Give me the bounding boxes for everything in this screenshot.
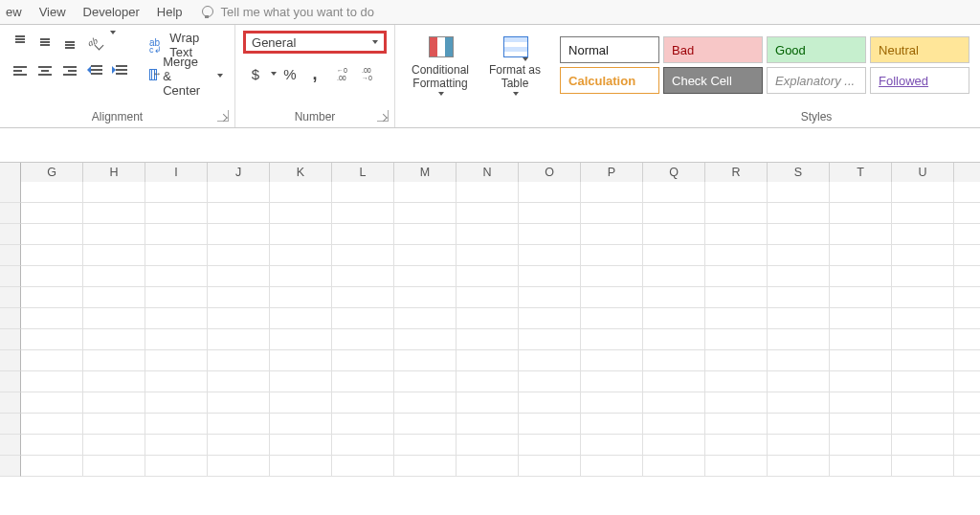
cell[interactable]: [892, 329, 954, 350]
row-header[interactable]: [0, 266, 21, 287]
cell[interactable]: [332, 308, 394, 329]
column-header[interactable]: P: [581, 163, 643, 182]
cell[interactable]: [208, 308, 270, 329]
cell[interactable]: [270, 245, 332, 266]
cell[interactable]: [830, 456, 892, 477]
cell[interactable]: [457, 414, 519, 435]
cell[interactable]: [394, 329, 457, 350]
cell[interactable]: [270, 350, 332, 371]
row-header[interactable]: [0, 245, 21, 266]
column-header[interactable]: T: [830, 163, 892, 182]
cell[interactable]: [954, 245, 980, 266]
cell[interactable]: [457, 329, 519, 350]
cell[interactable]: [83, 245, 145, 266]
cell[interactable]: [581, 182, 643, 203]
cell[interactable]: [457, 371, 519, 392]
cell[interactable]: [394, 392, 457, 414]
cell[interactable]: [768, 371, 830, 392]
cell[interactable]: [270, 414, 332, 435]
cell[interactable]: [705, 371, 768, 392]
cell[interactable]: [145, 456, 208, 477]
cell[interactable]: [394, 287, 457, 308]
cell[interactable]: [954, 414, 980, 435]
increase-decimal-button[interactable]: ←0.00: [333, 61, 358, 86]
cell[interactable]: [21, 203, 83, 224]
cell[interactable]: [457, 456, 519, 477]
cell[interactable]: [208, 414, 270, 435]
cell[interactable]: [768, 414, 830, 435]
cell[interactable]: [208, 266, 270, 287]
cell[interactable]: [394, 414, 457, 435]
cell[interactable]: [457, 435, 519, 456]
cell[interactable]: [830, 435, 892, 456]
cell[interactable]: [768, 245, 830, 266]
cell[interactable]: [270, 224, 332, 245]
cell[interactable]: [830, 414, 892, 435]
cell[interactable]: [21, 224, 83, 245]
cell[interactable]: [830, 245, 892, 266]
cell[interactable]: [394, 371, 457, 392]
cell[interactable]: [643, 350, 705, 371]
cell[interactable]: [83, 182, 145, 203]
cell[interactable]: [145, 350, 208, 371]
cell[interactable]: [954, 203, 980, 224]
cell[interactable]: [643, 329, 705, 350]
cell[interactable]: [830, 329, 892, 350]
cell[interactable]: [332, 435, 394, 456]
cell[interactable]: [394, 182, 457, 203]
cell[interactable]: [519, 371, 581, 392]
cell[interactable]: [519, 203, 581, 224]
cell[interactable]: [21, 435, 83, 456]
cell[interactable]: [892, 308, 954, 329]
cell[interactable]: [705, 456, 768, 477]
cell[interactable]: [705, 350, 768, 371]
cell[interactable]: [830, 287, 892, 308]
align-right-button[interactable]: [59, 60, 80, 81]
cell[interactable]: [830, 350, 892, 371]
cell[interactable]: [332, 414, 394, 435]
cell[interactable]: [83, 203, 145, 224]
row-header[interactable]: [0, 182, 21, 203]
cell[interactable]: [83, 224, 145, 245]
cell[interactable]: [519, 308, 581, 329]
style-calculation[interactable]: Calculation: [560, 67, 659, 94]
row-header[interactable]: [0, 435, 21, 456]
cell[interactable]: [643, 414, 705, 435]
cell[interactable]: [519, 182, 581, 203]
column-header[interactable]: K: [270, 163, 332, 182]
cell[interactable]: [830, 392, 892, 414]
cell[interactable]: [705, 224, 768, 245]
cell[interactable]: [519, 287, 581, 308]
cell[interactable]: [270, 266, 332, 287]
accounting-dropdown[interactable]: [268, 72, 278, 76]
cell[interactable]: [332, 182, 394, 203]
cell[interactable]: [581, 435, 643, 456]
row-header[interactable]: [0, 371, 21, 392]
cell[interactable]: [768, 456, 830, 477]
cell[interactable]: [581, 456, 643, 477]
cell[interactable]: [208, 350, 270, 371]
cell[interactable]: [208, 224, 270, 245]
cell[interactable]: [705, 435, 768, 456]
cell[interactable]: [145, 245, 208, 266]
cell[interactable]: [208, 329, 270, 350]
cell[interactable]: [270, 308, 332, 329]
cell[interactable]: [83, 371, 145, 392]
orientation-button[interactable]: [84, 32, 105, 53]
cell[interactable]: [581, 245, 643, 266]
cell[interactable]: [581, 329, 643, 350]
cell[interactable]: [954, 224, 980, 245]
cell[interactable]: [768, 203, 830, 224]
cell[interactable]: [83, 266, 145, 287]
cell[interactable]: [519, 329, 581, 350]
cell[interactable]: [21, 266, 83, 287]
cell[interactable]: [457, 350, 519, 371]
cell[interactable]: [768, 435, 830, 456]
column-header[interactable]: M: [394, 163, 457, 182]
cell[interactable]: [270, 435, 332, 456]
column-header[interactable]: N: [457, 163, 519, 182]
spreadsheet[interactable]: GHIJKLMNOPQRSTUV: [0, 163, 980, 477]
cell[interactable]: [768, 182, 830, 203]
increase-indent-button[interactable]: [109, 60, 130, 81]
style-explanatory[interactable]: Explanatory ...: [767, 67, 866, 94]
